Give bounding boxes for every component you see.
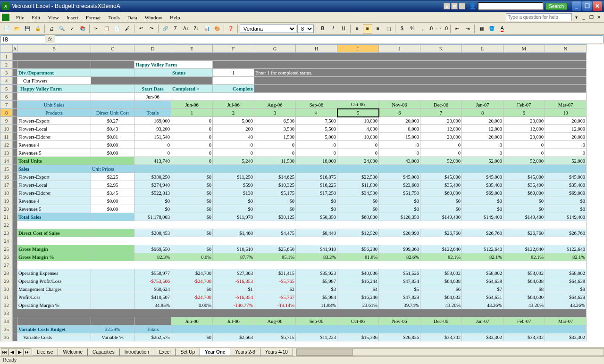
dec-decimal-button[interactable]: ←.0	[439, 24, 448, 33]
status-bar: Ready	[0, 356, 604, 364]
tab-first-button[interactable]: ⏮	[1, 348, 8, 356]
doc-restore-button[interactable]: ❐	[588, 14, 595, 21]
menu-edit[interactable]: Edit	[28, 14, 44, 21]
sheet-tab-active[interactable]: Year One	[200, 348, 230, 356]
open-button[interactable]: 📂	[12, 24, 22, 33]
research-button[interactable]: 📚	[78, 24, 87, 33]
help-button[interactable]: ❓	[226, 24, 235, 33]
maximize-button[interactable]: ❐	[582, 1, 592, 11]
search-input[interactable]	[478, 2, 544, 10]
workbook-icon	[2, 14, 9, 21]
close-button[interactable]: ✕	[593, 1, 602, 11]
format-painter-button[interactable]: 🖌	[123, 24, 132, 33]
menu-help[interactable]: Help	[166, 14, 184, 21]
sheet-tab[interactable]: Introduction	[119, 348, 154, 356]
tab-next-button[interactable]: ▶	[16, 348, 24, 356]
spreadsheet-grid[interactable]: AB CD EF GH IJ KL MN 1 2Happy Valley Far…	[0, 44, 604, 353]
redo-button[interactable]: ↷	[147, 24, 156, 33]
excel-icon: X	[2, 2, 9, 10]
tab-prev-button[interactable]: ◀	[8, 348, 16, 356]
menu-window[interactable]: Window	[141, 14, 166, 21]
addin-icons: ▲✉·	[444, 3, 465, 9]
sheet-tab[interactable]: Years 4-10	[260, 348, 293, 356]
help-search-input[interactable]	[506, 13, 572, 21]
sort-asc-button[interactable]: A↓	[181, 24, 191, 33]
align-right-button[interactable]: ≡	[373, 24, 383, 33]
menu-tools[interactable]: Tools	[105, 14, 124, 21]
percent-button[interactable]: %	[408, 24, 417, 33]
menu-view[interactable]: View	[44, 14, 62, 21]
dec-indent-button[interactable]: ⇤	[453, 24, 462, 33]
sheet-tab[interactable]: Capacities	[87, 348, 120, 356]
person-icon[interactable]: 👤	[469, 3, 476, 9]
borders-button[interactable]: ▦	[477, 24, 486, 33]
selected-cell: 5	[337, 109, 379, 117]
paste-button[interactable]: 📄	[112, 24, 122, 33]
autosum-button[interactable]: Σ	[171, 24, 180, 33]
menu-file[interactable]: File	[12, 14, 28, 21]
fill-color-button[interactable]: 🪣	[487, 24, 496, 33]
save-button[interactable]: 💾	[23, 24, 32, 33]
undo-button[interactable]: ↶	[136, 24, 146, 33]
sheet-tab[interactable]: License	[32, 348, 58, 356]
formula-input[interactable]	[55, 35, 604, 43]
formula-bar: fx	[0, 35, 604, 44]
search-button[interactable]: Search	[545, 3, 567, 10]
help-dropdown-icon[interactable]: ▾	[573, 14, 579, 21]
window-titlebar: X Microsoft Excel - BudgetForecastsXDemo…	[0, 0, 604, 12]
new-button[interactable]: 📄	[2, 24, 11, 33]
sheet-tab[interactable]: Set Up	[175, 348, 200, 356]
currency-button[interactable]: $	[397, 24, 407, 33]
comma-button[interactable]: ,	[418, 24, 428, 33]
align-left-button[interactable]: ≡	[352, 24, 362, 33]
italic-button[interactable]: I	[328, 24, 338, 33]
horizontal-scrollbar[interactable]	[296, 348, 604, 356]
sheet-tabstrip: ⏮ ◀ ▶ ⏭ License Welcome Capacities Intro…	[0, 347, 604, 356]
status-text: Ready	[3, 357, 17, 363]
bold-button[interactable]: B	[318, 24, 327, 33]
permission-button[interactable]: 🔒	[33, 24, 42, 33]
font-color-button[interactable]: A	[497, 24, 507, 33]
copy-button[interactable]: 📋	[102, 24, 111, 33]
name-box[interactable]	[0, 35, 45, 43]
column-headers[interactable]: AB CD EF GH IJ KL MN	[0, 45, 587, 53]
sheet-tab[interactable]: Welcome	[58, 348, 88, 356]
menu-insert[interactable]: Insert	[63, 14, 82, 21]
hyperlink-button[interactable]: 🔗	[160, 24, 170, 33]
font-size-select[interactable]: 8	[297, 25, 314, 33]
chart-button[interactable]: 📊	[202, 24, 211, 33]
merge-button[interactable]: ⬚	[384, 24, 393, 33]
standard-toolbar: 📄 📂 💾 🔒 🖨 🔍 ✓ 📚 ✂ 📋 📄 🖌 ↶ ↷ 🔗 Σ A↓ Z↓ 📊 …	[0, 23, 604, 35]
align-center-button[interactable]: ≡	[363, 24, 372, 33]
font-name-select[interactable]: Verdana	[240, 25, 296, 33]
tab-last-button[interactable]: ⏭	[24, 348, 31, 356]
cut-button[interactable]: ✂	[92, 24, 101, 33]
drawing-button[interactable]: 🎨	[212, 24, 222, 33]
window-title: Microsoft Excel - BudgetForecastsXDemoA	[11, 3, 120, 9]
inc-indent-button[interactable]: ⇥	[463, 24, 472, 33]
menu-data[interactable]: Data	[124, 14, 141, 21]
sheet-tab[interactable]: Years 2-3	[230, 348, 260, 356]
doc-minimize-button[interactable]: _	[580, 14, 587, 21]
print-button[interactable]: 🖨	[47, 24, 56, 33]
inc-decimal-button[interactable]: .0→	[428, 24, 438, 33]
sheet-tab[interactable]: Excel	[154, 348, 176, 356]
underline-button[interactable]: U	[339, 24, 348, 33]
menu-format[interactable]: Format	[82, 14, 105, 21]
fx-label[interactable]: fx	[45, 37, 55, 42]
doc-close-button[interactable]: ✕	[596, 14, 602, 21]
minimize-button[interactable]: _	[572, 1, 581, 11]
spell-button[interactable]: ✓	[67, 24, 77, 33]
sort-desc-button[interactable]: Z↓	[192, 24, 201, 33]
preview-button[interactable]: 🔍	[57, 24, 67, 33]
menu-bar: File Edit View Insert Format Tools Data …	[0, 12, 604, 23]
